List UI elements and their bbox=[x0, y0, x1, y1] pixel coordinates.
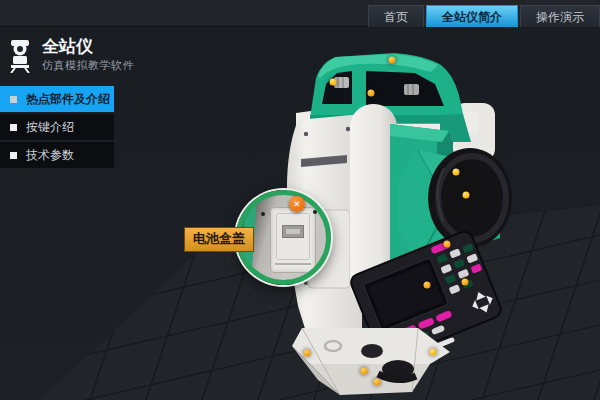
tab-home[interactable]: 首页 bbox=[368, 5, 424, 27]
nav-tabs: 首页 全站仪简介 操作演示 bbox=[366, 5, 600, 27]
top-bar: 首页 全站仪简介 操作演示 bbox=[0, 0, 600, 27]
app-window: × 电池盒盖 首页 全站仪简介 操作演示 全站仪 仿真模拟教学软件 bbox=[0, 0, 600, 400]
menu-item-tech-params[interactable]: 技术参数 bbox=[0, 142, 114, 168]
hotspot-dot[interactable] bbox=[444, 241, 451, 248]
menu-item-label: 按键介绍 bbox=[26, 119, 74, 136]
square-bullet-icon bbox=[10, 96, 17, 103]
app-subtitle: 仿真模拟教学软件 bbox=[42, 58, 134, 73]
part-label-battery-cover[interactable]: 电池盒盖 bbox=[184, 227, 254, 252]
tab-operation-demo[interactable]: 操作演示 bbox=[520, 5, 600, 27]
square-bullet-icon bbox=[10, 152, 17, 159]
sidebar: 全站仪 仿真模拟教学软件 热点部件及介绍 按键介绍 技术参数 bbox=[0, 27, 150, 170]
menu-item-label: 技术参数 bbox=[26, 147, 74, 164]
hotspot-dot[interactable] bbox=[304, 350, 311, 357]
hotspot-dot[interactable] bbox=[389, 57, 396, 64]
hotspot-dot[interactable] bbox=[368, 90, 375, 97]
screw-icon bbox=[313, 210, 317, 214]
screw-icon bbox=[261, 212, 265, 216]
hotspot-dot[interactable] bbox=[330, 79, 337, 86]
hotspot-dot[interactable] bbox=[430, 349, 437, 356]
hotspot-dot[interactable] bbox=[374, 379, 381, 386]
magnified-battery-cover bbox=[270, 207, 316, 273]
sidebar-menu: 热点部件及介绍 按键介绍 技术参数 bbox=[0, 86, 114, 168]
hotspot-dot[interactable] bbox=[463, 192, 470, 199]
app-title: 全站仪 bbox=[42, 37, 134, 56]
close-icon[interactable]: × bbox=[289, 196, 305, 212]
tab-introduction[interactable]: 全站仪简介 bbox=[426, 5, 518, 27]
hotspot-dot[interactable] bbox=[361, 368, 368, 375]
brand-header: 全站仪 仿真模拟教学软件 bbox=[0, 27, 150, 73]
menu-item-label: 热点部件及介绍 bbox=[26, 91, 110, 108]
square-bullet-icon bbox=[10, 124, 17, 131]
hotspot-dot[interactable] bbox=[453, 169, 460, 176]
hotspot-dot[interactable] bbox=[424, 282, 431, 289]
menu-item-key-intro[interactable]: 按键介绍 bbox=[0, 114, 114, 140]
total-station-icon bbox=[8, 37, 35, 73]
menu-item-hotspot-parts[interactable]: 热点部件及介绍 bbox=[0, 86, 114, 112]
hotspot-dot[interactable] bbox=[462, 279, 469, 286]
